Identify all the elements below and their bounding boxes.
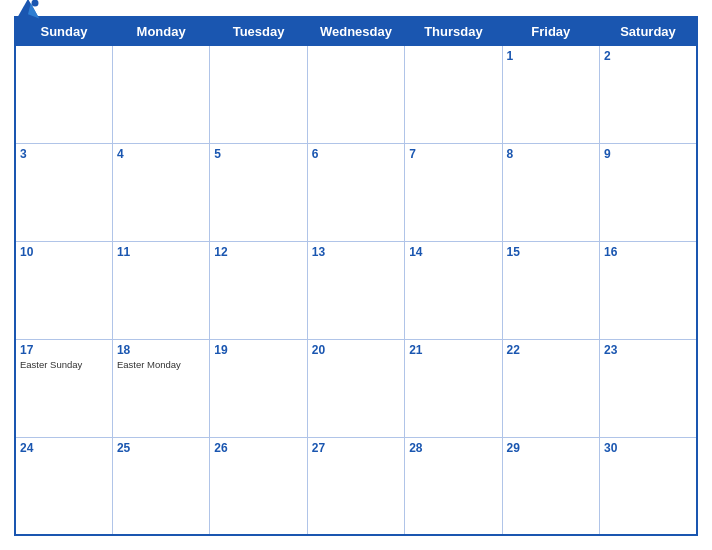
cal-cell: 13 [307,241,404,339]
date-number: 22 [507,343,595,357]
date-number: 3 [20,147,108,161]
cal-cell: 12 [210,241,307,339]
cal-cell: 18Easter Monday [112,339,209,437]
date-number: 11 [117,245,205,259]
cal-cell: 28 [405,437,502,535]
weekday-friday: Friday [502,17,599,46]
cal-cell: 11 [112,241,209,339]
date-number: 16 [604,245,692,259]
date-number: 18 [117,343,205,357]
calendar-table: SundayMondayTuesdayWednesdayThursdayFrid… [14,16,698,536]
logo [14,0,46,24]
cal-cell: 25 [112,437,209,535]
cal-cell: 19 [210,339,307,437]
cal-cell: 23 [600,339,697,437]
calendar-wrapper: SundayMondayTuesdayWednesdayThursdayFrid… [0,0,712,550]
date-number: 30 [604,441,692,455]
date-number: 23 [604,343,692,357]
cal-cell [307,46,404,144]
week-row-3: 10111213141516 [15,241,697,339]
week-row-4: 17Easter Sunday18Easter Monday1920212223 [15,339,697,437]
weekday-saturday: Saturday [600,17,697,46]
cal-cell: 20 [307,339,404,437]
holiday-label: Easter Monday [117,359,205,370]
weekday-monday: Monday [112,17,209,46]
date-number: 29 [507,441,595,455]
date-number: 1 [507,49,595,63]
date-number: 9 [604,147,692,161]
weekday-wednesday: Wednesday [307,17,404,46]
cal-cell [405,46,502,144]
cal-cell: 5 [210,143,307,241]
cal-cell [210,46,307,144]
week-row-5: 24252627282930 [15,437,697,535]
date-number: 14 [409,245,497,259]
date-number: 5 [214,147,302,161]
week-row-2: 3456789 [15,143,697,241]
cal-cell: 27 [307,437,404,535]
cal-cell [15,46,112,144]
cal-cell: 3 [15,143,112,241]
cal-cell: 4 [112,143,209,241]
date-number: 27 [312,441,400,455]
date-number: 17 [20,343,108,357]
weekday-thursday: Thursday [405,17,502,46]
cal-cell: 1 [502,46,599,144]
cal-cell: 21 [405,339,502,437]
cal-cell: 17Easter Sunday [15,339,112,437]
date-number: 8 [507,147,595,161]
holiday-label: Easter Sunday [20,359,108,370]
cal-cell: 22 [502,339,599,437]
logo-icon [14,0,42,24]
date-number: 7 [409,147,497,161]
cal-cell: 15 [502,241,599,339]
date-number: 6 [312,147,400,161]
cal-cell [112,46,209,144]
svg-point-2 [32,0,39,7]
date-number: 15 [507,245,595,259]
cal-cell: 24 [15,437,112,535]
date-number: 20 [312,343,400,357]
cal-cell: 8 [502,143,599,241]
date-number: 21 [409,343,497,357]
cal-cell: 14 [405,241,502,339]
date-number: 10 [20,245,108,259]
cal-cell: 29 [502,437,599,535]
cal-cell: 10 [15,241,112,339]
date-number: 24 [20,441,108,455]
cal-cell: 2 [600,46,697,144]
date-number: 12 [214,245,302,259]
date-number: 13 [312,245,400,259]
cal-cell: 6 [307,143,404,241]
date-number: 25 [117,441,205,455]
cal-cell: 9 [600,143,697,241]
date-number: 4 [117,147,205,161]
date-number: 19 [214,343,302,357]
date-number: 26 [214,441,302,455]
cal-cell: 7 [405,143,502,241]
cal-cell: 16 [600,241,697,339]
date-number: 28 [409,441,497,455]
date-number: 2 [604,49,692,63]
cal-cell: 30 [600,437,697,535]
weekday-tuesday: Tuesday [210,17,307,46]
week-row-1: 12 [15,46,697,144]
cal-cell: 26 [210,437,307,535]
weekday-header-row: SundayMondayTuesdayWednesdayThursdayFrid… [15,17,697,46]
